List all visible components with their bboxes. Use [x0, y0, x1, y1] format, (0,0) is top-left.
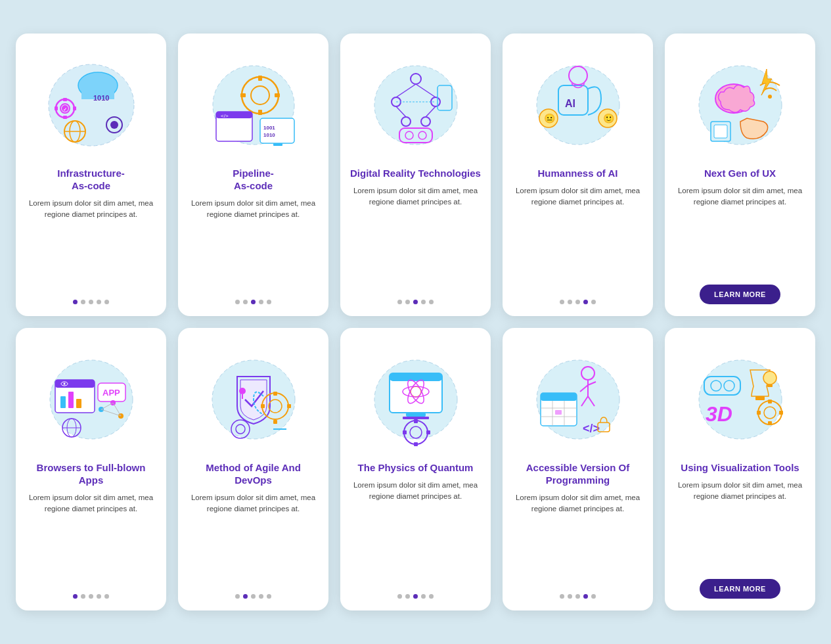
card-pagination-dots	[560, 300, 596, 304]
svg-rect-27	[260, 118, 294, 143]
learn-more-button[interactable]: LEARN MORE	[700, 579, 780, 599]
dot-0[interactable]	[73, 300, 78, 304]
dot-2[interactable]	[413, 594, 418, 599]
dot-0[interactable]	[560, 594, 564, 599]
card-desc: Lorem ipsum dolor sit dim amet, mea regi…	[512, 492, 644, 586]
card-next-gen-ux: Next Gen of UX Lorem ipsum dolor sit dim…	[665, 34, 815, 316]
card-desc: Lorem ipsum dolor sit dim amet, mea regi…	[512, 185, 644, 290]
dot-3[interactable]	[583, 300, 588, 304]
card-desc: Lorem ipsum dolor sit dim amet, mea regi…	[25, 198, 157, 291]
svg-rect-65	[76, 399, 81, 408]
dot-2[interactable]	[575, 594, 580, 599]
svg-rect-63	[60, 396, 66, 408]
svg-rect-124	[755, 396, 765, 400]
svg-text:</>: </>	[221, 113, 229, 119]
svg-rect-21	[258, 110, 262, 115]
svg-rect-91	[390, 373, 442, 381]
svg-rect-8	[55, 106, 58, 110]
dot-2[interactable]	[413, 300, 418, 304]
dot-4[interactable]	[429, 300, 434, 304]
svg-text:AI: AI	[565, 98, 575, 109]
svg-rect-102	[403, 430, 407, 434]
card-title: Humanness of AI	[538, 168, 618, 180]
dot-1[interactable]	[81, 300, 85, 304]
card-footer: LEARN MORE	[674, 579, 806, 599]
dot-1[interactable]	[568, 300, 572, 304]
dot-4[interactable]	[591, 594, 596, 599]
dot-3[interactable]	[259, 594, 263, 599]
svg-text:</>: </>	[583, 422, 600, 435]
card-illustration: AI 😐 🙂	[512, 44, 644, 162]
dot-1[interactable]	[405, 300, 410, 304]
card-title: Using Visualization Tools	[681, 462, 799, 474]
dot-4[interactable]	[429, 594, 434, 599]
card-illustration: 3D	[674, 338, 806, 457]
svg-text:🙂: 🙂	[603, 113, 615, 124]
svg-rect-131	[779, 411, 783, 415]
dot-1[interactable]	[243, 300, 248, 304]
dot-3[interactable]	[583, 594, 588, 599]
card-illustration	[349, 44, 482, 162]
svg-point-31	[374, 66, 457, 145]
card-title: Pipeline-As-code	[233, 168, 274, 193]
card-title: Next Gen of UX	[704, 168, 776, 180]
svg-text:1010: 1010	[93, 94, 109, 102]
dot-4[interactable]	[104, 300, 109, 304]
card-visualization-tools: 3D Using Visualization Tools Lorem ipsum…	[665, 328, 815, 610]
dot-0[interactable]	[560, 300, 564, 304]
svg-rect-22	[240, 93, 246, 97]
dot-3[interactable]	[97, 300, 101, 304]
svg-text:😐: 😐	[544, 113, 556, 124]
dot-3[interactable]	[259, 300, 263, 304]
cards-grid: 1010 ✓ Infrastructure-As-code Lorem ipsu…	[16, 34, 815, 610]
svg-rect-128	[768, 400, 772, 403]
dot-4[interactable]	[104, 594, 109, 599]
card-illustration	[349, 338, 482, 457]
svg-rect-6	[63, 98, 67, 101]
learn-more-button[interactable]: LEARN MORE	[700, 285, 780, 304]
dot-2[interactable]	[89, 300, 93, 304]
dot-2[interactable]	[575, 300, 580, 304]
dot-0[interactable]	[397, 594, 402, 599]
dot-1[interactable]	[81, 594, 85, 599]
card-pagination-dots	[397, 594, 434, 599]
svg-rect-100	[414, 419, 418, 423]
svg-point-46	[537, 66, 619, 145]
card-illustration: </> 1001 1010	[187, 44, 319, 162]
dot-1[interactable]	[405, 594, 410, 599]
dot-2[interactable]	[251, 594, 256, 599]
svg-rect-103	[426, 430, 430, 434]
dot-3[interactable]	[421, 300, 426, 304]
svg-rect-7	[63, 116, 67, 119]
dot-0[interactable]	[73, 594, 78, 599]
card-pagination-dots	[73, 594, 109, 599]
svg-point-67	[63, 382, 65, 384]
svg-rect-101	[414, 442, 418, 446]
svg-point-56	[768, 95, 772, 99]
svg-rect-117	[555, 410, 562, 415]
dot-0[interactable]	[235, 594, 240, 599]
svg-text:1010: 1010	[263, 132, 275, 138]
card-infrastructure-as-code: 1010 ✓ Infrastructure-As-code Lorem ipsu…	[16, 34, 166, 316]
dot-2[interactable]	[89, 594, 93, 599]
svg-point-44	[418, 131, 426, 139]
card-desc: Lorem ipsum dolor sit dim amet, mea regi…	[674, 185, 806, 275]
card-pagination-dots	[235, 300, 271, 304]
card-title: The Physics of Quantum	[358, 462, 474, 474]
dot-4[interactable]	[591, 300, 596, 304]
svg-point-122	[711, 380, 721, 391]
dot-1[interactable]	[243, 594, 248, 599]
dot-0[interactable]	[397, 300, 402, 304]
dot-1[interactable]	[568, 594, 572, 599]
svg-text:3D: 3D	[706, 402, 732, 426]
card-humanness-of-ai: AI 😐 🙂 Humanness of AI Lorem ipsum dolor…	[503, 34, 653, 316]
dot-3[interactable]	[421, 594, 426, 599]
dot-4[interactable]	[267, 594, 271, 599]
svg-rect-30	[273, 143, 282, 146]
card-desc: Lorem ipsum dolor sit dim amet, mea regi…	[349, 480, 482, 585]
dot-4[interactable]	[267, 300, 271, 304]
dot-2[interactable]	[251, 300, 256, 304]
dot-3[interactable]	[97, 594, 101, 599]
dot-0[interactable]	[235, 300, 240, 304]
svg-rect-92	[406, 413, 426, 417]
